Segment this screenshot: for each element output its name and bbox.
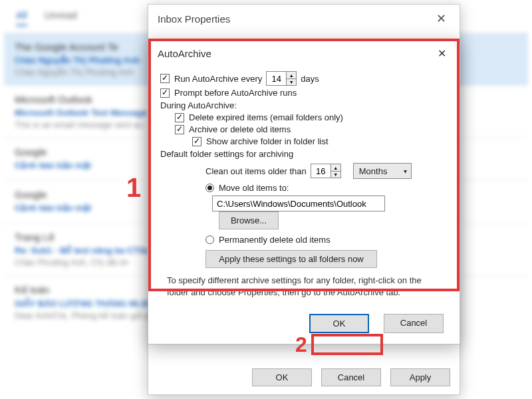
properties-cancel-button[interactable]: Cancel [321, 368, 381, 386]
days-label: days [301, 74, 319, 84]
permanently-delete-radio[interactable] [205, 235, 214, 244]
archive-delete-label: Archive or delete old items [189, 124, 291, 134]
show-archive-folder-label: Show archive folder in folder list [206, 136, 329, 146]
ok-button[interactable]: OK [309, 314, 369, 333]
archive-delete-checkbox[interactable] [175, 125, 184, 134]
properties-apply-button[interactable]: Apply [390, 368, 450, 386]
clean-age-input[interactable] [311, 164, 331, 178]
show-archive-folder-checkbox[interactable] [192, 137, 201, 146]
age-unit-select[interactable]: Months ▾ [353, 163, 412, 179]
run-autoarchive-label: Run AutoArchive every [174, 74, 262, 84]
archive-path-input[interactable] [212, 196, 385, 211]
autoarchive-dialog: AutoArchive ✕ Run AutoArchive every ▲ ▼ … [148, 39, 460, 344]
close-icon[interactable]: ✕ [434, 47, 450, 60]
permanently-delete-label: Permanently delete old items [219, 235, 331, 245]
tab-unread[interactable]: Unread [45, 9, 77, 26]
prompt-label: Prompt before AutoArchive runs [174, 88, 297, 98]
default-folder-settings-label: Default folder settings for archiving [160, 149, 448, 159]
run-days-input[interactable] [266, 71, 286, 86]
delete-expired-checkbox[interactable] [175, 113, 184, 122]
chevron-down-icon: ▾ [404, 168, 407, 175]
inbox-properties-title: Inbox Properties [158, 13, 230, 25]
run-days-down[interactable]: ▼ [286, 78, 297, 86]
autoarchive-title: AutoArchive [158, 48, 211, 59]
during-autoarchive-label: During AutoArchive: [160, 100, 448, 110]
run-days-up[interactable]: ▲ [286, 71, 297, 78]
run-autoarchive-checkbox[interactable] [160, 74, 170, 83]
move-old-items-label: Move old items to: [219, 183, 289, 193]
apply-all-folders-button[interactable]: Apply these settings to all folders now [205, 250, 377, 268]
move-old-items-radio[interactable] [205, 184, 214, 192]
age-unit-value: Months [359, 166, 388, 176]
prompt-checkbox[interactable] [160, 88, 170, 98]
browse-button[interactable]: Browse... [219, 211, 279, 229]
clean-age-up[interactable]: ▲ [331, 164, 341, 171]
tab-all[interactable]: All [16, 9, 27, 26]
close-icon[interactable]: ✕ [432, 11, 450, 26]
cancel-button[interactable]: Cancel [384, 314, 444, 333]
help-text: To specify different archive settings fo… [167, 275, 425, 298]
clean-age-down[interactable]: ▼ [331, 171, 341, 178]
delete-expired-label: Delete expired items (email folders only… [189, 112, 343, 122]
properties-ok-button[interactable]: OK [252, 368, 312, 386]
clean-out-label: Clean out items older than [205, 166, 307, 176]
